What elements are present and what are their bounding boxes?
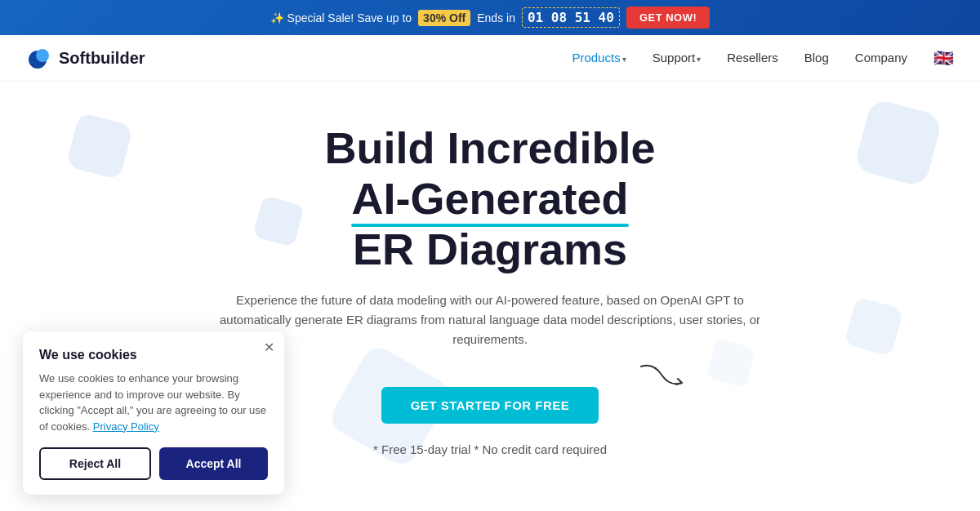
logo[interactable]: Softbuilder — [26, 45, 145, 71]
nav-link-products[interactable]: Products▾ — [572, 51, 626, 64]
nav-link-blog[interactable]: Blog — [804, 51, 829, 64]
nav-item-products[interactable]: Products▾ — [572, 51, 626, 65]
nav-item-blog[interactable]: Blog — [804, 51, 829, 65]
hero-heading-line1: Build Incredible — [324, 123, 655, 172]
banner-highlight: 30% Off — [418, 10, 470, 26]
cookie-buttons: Reject All Accept All — [39, 447, 268, 480]
banner-text-after: Ends in — [477, 11, 515, 24]
banner-text-before: ✨ Special Sale! Save up to — [270, 11, 412, 24]
nav-item-support[interactable]: Support▾ — [653, 51, 702, 65]
navbar: Softbuilder Products▾ Support▾ Resellers… — [0, 35, 980, 82]
cookie-text: We use cookies to enhance your browsing … — [39, 371, 268, 434]
nav-item-resellers[interactable]: Resellers — [727, 51, 778, 65]
doodle-arrow — [637, 358, 686, 402]
nav-link-company[interactable]: Company — [855, 51, 907, 64]
logo-text: Softbuilder — [59, 49, 145, 68]
logo-icon — [26, 45, 52, 71]
nav-item-company[interactable]: Company — [855, 51, 907, 65]
hero-heading-line2: AI-Generated — [351, 173, 628, 224]
nav-flag[interactable]: 🇬🇧 — [933, 48, 954, 68]
accept-all-button[interactable]: Accept All — [159, 447, 268, 480]
nav-link-resellers[interactable]: Resellers — [727, 51, 778, 64]
privacy-policy-link[interactable]: Privacy Policy — [93, 420, 159, 433]
top-banner: ✨ Special Sale! Save up to 30% Off Ends … — [0, 0, 980, 35]
cookie-title: We use cookies — [39, 348, 268, 362]
nav-links: Products▾ Support▾ Resellers Blog Compan… — [572, 48, 954, 68]
cookie-banner: ✕ We use cookies We use cookies to enhan… — [23, 331, 284, 495]
nav-link-support[interactable]: Support▾ — [653, 51, 702, 64]
hero-heading: Build Incredible AI-Generated ER Diagram… — [13, 122, 967, 274]
hero-heading-line3: ER Diagrams — [353, 224, 627, 273]
flag-icon: 🇬🇧 — [933, 49, 954, 67]
reject-all-button[interactable]: Reject All — [39, 447, 151, 480]
cookie-close-button[interactable]: ✕ — [264, 340, 274, 355]
banner-countdown: 01 08 51 40 — [522, 7, 620, 28]
get-now-button[interactable]: GET NOW! — [626, 7, 710, 29]
svg-point-1 — [36, 49, 49, 62]
cta-button[interactable]: GET STARTED FOR FREE — [381, 387, 599, 424]
cta-subtext: * Free 15-day trial * No credit card req… — [212, 440, 768, 460]
hero-description: Experience the future of data modeling w… — [212, 291, 768, 349]
